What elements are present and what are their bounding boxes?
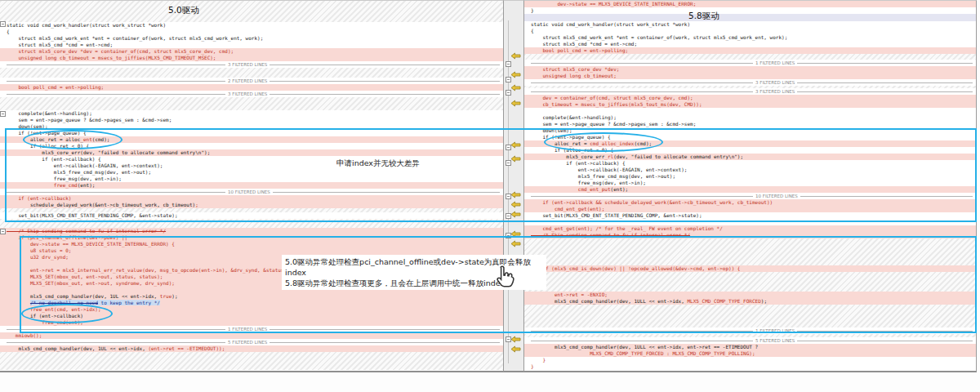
code-line: complete(&ent->handling); (0, 110, 503, 117)
code-line: struct mlx5_cmd_work_ent *ent = containe… (0, 35, 503, 42)
alignment-gap (0, 352, 503, 370)
code-line: } (524, 363, 976, 370)
code-line: static void cmd_work_handler(struct work… (524, 21, 976, 28)
code-line: complete(&ent->handling); (524, 114, 976, 121)
filtered-lines-label: 3 FILTERED LINES (753, 80, 797, 85)
code-line: mlx5_cmd_comp_handler(dev, 1ULL << ent->… (524, 344, 976, 350)
collapse-box-icon[interactable] (0, 111, 6, 117)
code-line: cmd_ent_get(ent); /* for the _real_ FW e… (524, 225, 976, 232)
code-line: struct mlx5_cmd *cmd = ent->cmd; (0, 42, 503, 48)
filtered-lines-separator[interactable]: 3 FILTERED LINES (0, 91, 503, 97)
annotation-box (5, 128, 977, 222)
code-line: dev = container_of(cmd, struct mlx5_core… (524, 95, 976, 101)
filtered-lines-label: 3 FILTERED LINES (225, 62, 270, 67)
alignment-gap (0, 97, 503, 110)
code-line: { (0, 29, 503, 35)
filtered-lines-label: 2 FILTERED LINES (225, 78, 270, 83)
code-line: sem = ent->page_queue ? &cmd->pages_sem … (524, 121, 976, 127)
alignment-gap (524, 14, 976, 21)
code-line: struct mlx5_core_dev *dev; (524, 66, 976, 73)
alignment-gap (0, 1, 503, 22)
collapse-box-icon[interactable] (506, 90, 511, 96)
code-line: bool poll_cmd = ent->polling; (0, 84, 503, 91)
annotation-ellipse (21, 304, 113, 323)
code-line: struct mlx5_cmd *cmd = ent->cmd; (524, 41, 976, 47)
code-line: unsigned long cb_timeout; (524, 73, 976, 79)
filtered-lines-separator[interactable]: 5 FILTERED LINES (0, 339, 503, 345)
collapse-box-icon[interactable] (0, 229, 6, 234)
code-line: { (524, 28, 976, 34)
annotation-ellipse (23, 130, 122, 149)
change-arrow-icon[interactable] (510, 95, 521, 110)
hand-cursor-icon (492, 263, 519, 296)
code-line: } (524, 7, 976, 14)
code-line: cb_timeout = msecs_to_jiffies(mlx5_tout_… (524, 101, 976, 108)
filtered-lines-label: 3 FILTERED LINES (225, 91, 270, 96)
code-line: bool poll_cmd = ent->polling; (524, 47, 976, 54)
left-pane-title: 5.0驱动 (168, 5, 199, 16)
code-line: sem = ent->page_queue ? &cmd->pages_sem … (0, 117, 503, 123)
change-arrow-icon[interactable] (510, 47, 521, 63)
filtered-lines-label: 5 FILTERED LINES (225, 340, 270, 345)
collapse-box-icon[interactable] (506, 77, 511, 82)
code-line: struct mlx5_core_dev *dev = container_of… (0, 48, 503, 55)
filtered-lines-separator[interactable]: 2 FILTERED LINES (0, 78, 503, 84)
code-line: unsigned long cb_timeout = msecs_to_jiff… (0, 55, 503, 61)
filtered-lines-label: 3 FILTERED LINES (753, 89, 797, 94)
alignment-gap (524, 54, 976, 60)
filtered-lines-label: 5 FILTERED LINES (753, 338, 797, 343)
code-line: static void cmd_work_handler(struct work… (0, 22, 503, 29)
collapse-box-icon[interactable] (506, 61, 511, 67)
filtered-lines-separator[interactable]: 5 FILTERED LINES (524, 337, 976, 344)
right-pane-title: 5.8驱动 (688, 11, 719, 22)
alignment-gap (0, 68, 503, 78)
code-line: /* Skip sending command to fw if interna… (0, 228, 503, 234)
code-line: } (524, 357, 976, 363)
code-line: struct mlx5_cmd_work_ent *ent = containe… (524, 34, 976, 41)
code-line: dev->state == MLX5_DEVICE_STATE_INTERNAL… (524, 1, 976, 7)
filtered-lines-separator[interactable]: 1 FILTERED LINES (524, 60, 976, 66)
diff-tool-window: static void cmd_work_handler(struct work… (0, 0, 980, 392)
filtered-lines-separator[interactable]: 3 FILTERED LINES (524, 79, 976, 86)
change-arrow-icon[interactable] (510, 341, 521, 356)
code-line (524, 108, 976, 114)
filtered-lines-label: 1 FILTERED LINES (753, 60, 797, 65)
code-line: mlx5_cmd_comp_handler(dev, 1UL << ent->i… (0, 345, 503, 352)
window-footer-space (0, 372, 980, 392)
collapse-box-icon[interactable] (0, 21, 6, 27)
filtered-lines-separator[interactable]: 3 FILTERED LINES (0, 61, 503, 68)
filtered-lines-separator[interactable]: 3 FILTERED LINES (524, 88, 976, 95)
code-line: mmiowb(); (0, 332, 503, 339)
change-arrow-icon[interactable] (510, 79, 521, 95)
collapse-box-icon[interactable] (506, 336, 511, 342)
annotation-ellipse (544, 132, 663, 152)
code-line: MLX5_CMD_COMP_TYPE_FORCED : MLX5_CMD_COM… (524, 350, 976, 357)
